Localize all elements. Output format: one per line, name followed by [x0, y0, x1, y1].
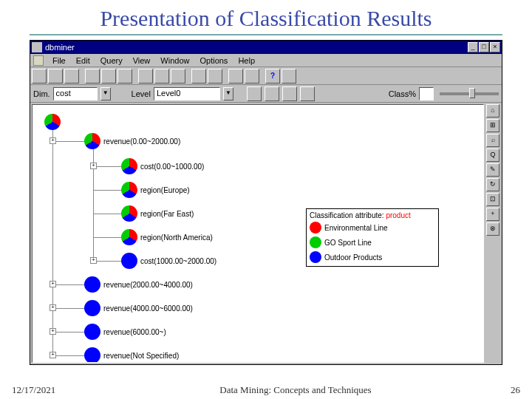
tree-connector [52, 141, 84, 142]
side-refresh-icon[interactable]: ↻ [486, 178, 499, 191]
slide-footer: 12/17/2021 Data Mining: Concepts and Tec… [0, 384, 532, 396]
toolbar-button-6[interactable] [117, 69, 132, 83]
tree-expander[interactable]: + [90, 257, 97, 264]
footer-title: Data Mining: Concepts and Techniques [100, 384, 491, 396]
dim-dropdown-arrow[interactable]: ▼ [100, 87, 111, 100]
pie-icon [121, 158, 137, 174]
tree-canvas: + + + + + + + revenue(0.00~2000.00)cost(… [32, 104, 484, 363]
tree-node-label: revenue(Not Specified) [103, 352, 179, 360]
tree-node[interactable]: region(North America) [121, 229, 213, 245]
tree-expander[interactable]: + [50, 328, 56, 335]
menu-window[interactable]: Window [156, 55, 194, 66]
toolbar-button-1[interactable] [32, 69, 47, 83]
window-controls: _ □ × [468, 42, 500, 52]
side-home-icon[interactable]: ⌂ [486, 104, 499, 117]
level-dropdown-arrow[interactable]: ▼ [223, 87, 233, 100]
tree-node[interactable]: cost(1000.00~2000.00) [121, 253, 216, 269]
legend-item: Environmental Line [308, 220, 437, 235]
toolbar: ? [30, 67, 502, 85]
legend-item: Outdoor Products [308, 250, 437, 265]
tree-expander[interactable]: + [50, 137, 56, 144]
toolbar-button-15[interactable] [282, 69, 296, 83]
menu-help[interactable]: Help [233, 55, 259, 66]
dim-dropdown[interactable]: cost [53, 87, 98, 100]
app-window: dbminer _ □ × File Edit Query View Windo… [30, 40, 502, 365]
side-box-icon[interactable]: ⊡ [486, 193, 499, 206]
side-edit-icon[interactable]: ✎ [486, 163, 499, 177]
legend-label: GO Sport Line [324, 239, 372, 247]
pie-icon [84, 133, 100, 149]
minimize-button[interactable]: _ [468, 42, 478, 52]
toolbar-button-11[interactable] [208, 69, 222, 83]
view-button-4[interactable] [300, 86, 315, 101]
legend-title: Classification attribute: product [308, 211, 437, 220]
tree-connector [93, 261, 121, 262]
tree-node-label: cost(1000.00~2000.00) [140, 257, 216, 265]
tree-connector [52, 130, 53, 352]
tree-connector [93, 166, 121, 167]
menubar: File Edit Query View Window Options Help [30, 54, 502, 67]
menu-view[interactable]: View [129, 55, 155, 66]
toolbar-help-button[interactable]: ? [265, 69, 280, 83]
app-icon [32, 42, 42, 52]
menu-query[interactable]: Query [96, 55, 127, 66]
side-plus-icon[interactable]: + [486, 208, 499, 221]
tree-node[interactable]: revenue(4000.00~6000.00) [84, 300, 193, 316]
level-dropdown[interactable]: Level0 [154, 87, 220, 100]
tree-node[interactable]: revenue(0.00~2000.00) [84, 133, 180, 149]
menu-edit[interactable]: Edit [72, 55, 95, 66]
toolbar-button-7[interactable] [138, 69, 153, 83]
pie-icon [44, 114, 61, 130]
slide-title: Presentation of Classification Results [0, 0, 532, 34]
side-toolbar: ⌂ ⊞ ⌕ Q ✎ ↻ ⊡ + ⊗ [485, 103, 502, 364]
view-button-2[interactable] [265, 86, 279, 101]
menu-options[interactable]: Options [195, 55, 232, 66]
tree-connector [93, 214, 121, 214]
toolbar-button-2[interactable] [48, 69, 63, 83]
close-button[interactable]: × [490, 42, 500, 52]
tree-node-label: revenue(6000.00~) [103, 328, 166, 336]
tree-node-label: revenue(2000.00~4000.00) [103, 281, 193, 289]
view-button-3[interactable] [282, 86, 297, 101]
class-slider[interactable] [440, 92, 499, 95]
toolbar-button-10[interactable] [191, 69, 206, 83]
toolbar-button-12[interactable] [228, 69, 243, 83]
tree-node[interactable]: revenue(Not Specified) [84, 347, 179, 363]
window-titlebar[interactable]: dbminer _ □ × [30, 41, 502, 54]
tree-node[interactable]: cost(0.00~1000.00) [121, 158, 204, 174]
tree-expander[interactable]: + [50, 352, 56, 358]
menu-file[interactable]: File [48, 55, 70, 66]
tree-connector [52, 355, 84, 356]
tree-expander[interactable]: + [50, 281, 56, 287]
toolbar-button-4[interactable] [85, 69, 100, 83]
tree-node[interactable] [44, 114, 61, 130]
tree-node[interactable]: revenue(2000.00~4000.00) [84, 276, 193, 293]
toolbar-button-9[interactable] [171, 69, 185, 83]
pie-icon [84, 276, 100, 293]
toolbar-button-13[interactable] [245, 69, 259, 83]
tree-expander[interactable]: + [50, 304, 56, 311]
footer-date: 12/17/2021 [12, 384, 100, 396]
side-grid-icon[interactable]: ⊞ [486, 119, 499, 132]
toolbar-button-5[interactable] [101, 69, 116, 83]
side-zoom-icon[interactable]: ⌕ [486, 134, 499, 147]
side-cancel-icon[interactable]: ⊗ [486, 222, 499, 236]
view-button-1[interactable] [247, 86, 262, 101]
tree-node[interactable]: revenue(6000.00~) [84, 324, 166, 340]
tree-expander[interactable]: + [90, 163, 97, 169]
side-query-icon[interactable]: Q [486, 149, 499, 162]
pie-icon [121, 182, 137, 198]
system-menu-icon[interactable] [33, 55, 44, 66]
params-bar: Dim. cost ▼ Level Level0 ▼ Class% [30, 85, 502, 103]
legend-title-attribute: product [386, 211, 410, 219]
tree-node[interactable]: region(Far East) [121, 205, 194, 222]
class-slider-thumb[interactable] [469, 88, 475, 98]
toolbar-button-8[interactable] [154, 69, 169, 83]
tree-node[interactable]: region(Europe) [121, 182, 190, 198]
tree-node-label: cost(0.00~1000.00) [140, 163, 204, 171]
tree-connector [52, 332, 84, 332]
class-field[interactable] [419, 87, 434, 100]
tree-connector [52, 284, 84, 285]
maximize-button[interactable]: □ [479, 42, 489, 52]
toolbar-button-3[interactable] [64, 69, 79, 83]
